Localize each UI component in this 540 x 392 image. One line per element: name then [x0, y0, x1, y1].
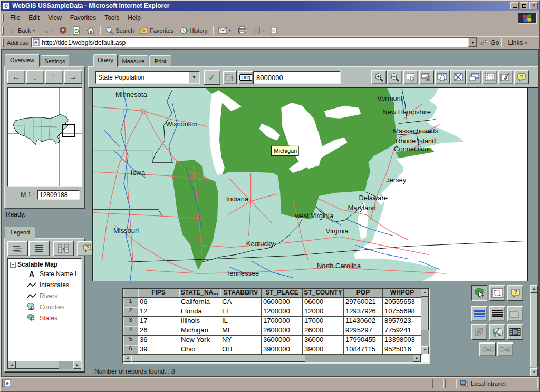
col-header[interactable]: ST_PLACE: [262, 289, 303, 298]
menu-tools[interactable]: Tools: [100, 13, 123, 23]
close-button[interactable]: ×: [529, 2, 538, 9]
pan-west-button[interactable]: ←: [7, 70, 25, 84]
query-builder-button[interactable]: ✶✶: [223, 71, 237, 84]
status-pane-flags: [445, 379, 457, 388]
menu-grip[interactable]: [2, 14, 4, 22]
map-label-massachusetts: Massachusetts: [393, 127, 438, 135]
table-row[interactable]: 5 36 New York NY 3600000 36000 17990455 …: [123, 336, 429, 345]
menu-help[interactable]: Help: [123, 13, 145, 23]
address-grip[interactable]: [2, 38, 4, 47]
legend-list-button[interactable]: [28, 241, 50, 256]
table-row[interactable]: 1 06 California CA 0600000 06000 2976002…: [123, 298, 429, 307]
redraw-button[interactable]: [498, 70, 513, 84]
address-dropdown-button[interactable]: ▼: [468, 38, 477, 47]
toolbar-grip[interactable]: [2, 26, 4, 35]
pan-north-button[interactable]: ↑: [45, 70, 63, 84]
table-vscrollbar[interactable]: ▲ ▼: [421, 289, 429, 354]
zoom-box-button[interactable]: [403, 70, 418, 84]
col-header[interactable]: ST_COUNTY: [303, 289, 344, 298]
zoom-out-button[interactable]: [387, 70, 402, 84]
table-row[interactable]: 3 17 Illinois IL 1700000 17000 11430602 …: [123, 317, 429, 326]
original-extent-button[interactable]: Orig: [238, 71, 253, 84]
table-row[interactable]: 4 26 Michigan MI 2600000 26000 9295297 7…: [123, 326, 429, 336]
legend-expand-button[interactable]: [7, 241, 28, 256]
show-all-records-button[interactable]: [489, 306, 505, 321]
frame-vscrollbar[interactable]: ▲ ▼: [530, 285, 539, 376]
overview-minimap[interactable]: [7, 87, 82, 187]
edit-button[interactable]: ▼: [250, 25, 267, 36]
select-feature-button[interactable]: [471, 285, 487, 301]
pan-east-button[interactable]: →: [64, 70, 82, 84]
links-button[interactable]: Links»: [508, 39, 527, 46]
collapse-icon[interactable]: −: [10, 262, 16, 268]
tab-settings[interactable]: Settings: [41, 55, 69, 66]
address-input[interactable]: e http://tide1/webgis/default.asp ▼: [31, 37, 477, 47]
zoom-to-selected-button[interactable]: [482, 70, 497, 84]
table-row[interactable]: 2 12 Florida FL 1200000 12000 12937926 1…: [123, 307, 429, 317]
query-value-input[interactable]: [253, 71, 341, 84]
map-tools: ?: [371, 70, 529, 84]
table-hscrollbar[interactable]: ◄ ►: [123, 355, 421, 362]
map-label-wisconsin: Wisconsin: [166, 120, 197, 128]
tab-measure[interactable]: Measure: [119, 55, 148, 66]
m1-input[interactable]: [37, 190, 80, 200]
map-label-delaware: Delaware: [359, 194, 388, 202]
favorites-button[interactable]: ★ Favorites: [137, 25, 176, 36]
minimize-button[interactable]: [510, 2, 519, 9]
full-extent-button[interactable]: [450, 70, 466, 84]
back-button[interactable]: ← Back▼: [6, 25, 38, 36]
menu-file[interactable]: File: [6, 13, 24, 23]
spatial-query-button[interactable]: [489, 324, 505, 340]
map-view[interactable]: Minnesota Wisconsin Iowa Missouri Indian…: [92, 87, 528, 281]
execute-query-button[interactable]: ✓: [204, 70, 220, 85]
show-selected-records-button[interactable]: [471, 306, 487, 321]
go-button[interactable]: Go: [480, 39, 499, 46]
zoom-extent-button[interactable]: [419, 70, 434, 84]
title-bar[interactable]: e WebGIS USSampleData - Microsoft Intern…: [1, 1, 539, 11]
forward-button[interactable]: →▼: [38, 25, 56, 36]
legend-item-counties[interactable]: Counties: [10, 301, 81, 312]
col-header[interactable]: POP: [344, 289, 383, 298]
stop-button[interactable]: ×: [57, 25, 69, 36]
clear-selection-button[interactable]: ✶: [507, 306, 523, 321]
zoom-to-selected-records-button[interactable]: [489, 285, 505, 301]
pan-button[interactable]: [435, 70, 450, 84]
zoom-in-button[interactable]: [371, 70, 387, 84]
chevron-down-icon[interactable]: ▼: [189, 72, 199, 83]
results-help-button[interactable]: ?: [507, 285, 523, 301]
intranet-zone-icon: [460, 380, 468, 387]
home-button[interactable]: [84, 25, 98, 36]
print-button[interactable]: [235, 25, 249, 36]
menu-edit[interactable]: Edit: [24, 13, 44, 23]
legend-item-state-name[interactable]: A State Name L: [10, 268, 81, 279]
menu-view[interactable]: View: [44, 13, 66, 23]
layer-select[interactable]: State Population ▼: [95, 71, 200, 84]
mail-button[interactable]: ▼: [216, 25, 235, 36]
discuss-button[interactable]: [268, 25, 279, 36]
search-button[interactable]: Search: [103, 25, 137, 36]
col-header[interactable]: WHPOP: [383, 289, 422, 298]
legend-item-rivers[interactable]: Rivers: [10, 290, 81, 301]
refresh-button[interactable]: [70, 25, 83, 36]
legend-item-interstates[interactable]: Interstates: [10, 279, 81, 290]
col-header[interactable]: STATE_NA...: [179, 289, 220, 298]
tab-print[interactable]: Print: [149, 55, 171, 66]
legend-item-states[interactable]: States: [10, 312, 81, 324]
col-header[interactable]: STAABBRV: [220, 289, 262, 298]
legend-add-layer-button[interactable]: +: [53, 241, 74, 256]
tab-query[interactable]: Query: [93, 54, 118, 67]
restore-button[interactable]: [520, 2, 528, 9]
legend-root-node[interactable]: − Scalable Map: [10, 261, 81, 268]
col-header[interactable]: FIPS: [138, 289, 179, 298]
menu-favorites[interactable]: Favorites: [66, 13, 100, 23]
browser-window: e WebGIS USSampleData - Microsoft Intern…: [0, 0, 540, 392]
tab-legend[interactable]: Legend: [5, 227, 35, 239]
animation-button[interactable]: [507, 324, 523, 340]
tab-overview[interactable]: Overview: [5, 54, 40, 67]
pan-south-button[interactable]: ↓: [26, 70, 44, 84]
previous-extent-button[interactable]: [466, 70, 481, 84]
table-row[interactable]: 6 39 Ohio OH 3900000 39000 10847115 9525…: [123, 345, 429, 355]
legend-hscrollbar[interactable]: ◄ ►: [8, 361, 81, 369]
history-button[interactable]: History: [177, 25, 210, 36]
map-help-button[interactable]: ?: [514, 70, 529, 84]
